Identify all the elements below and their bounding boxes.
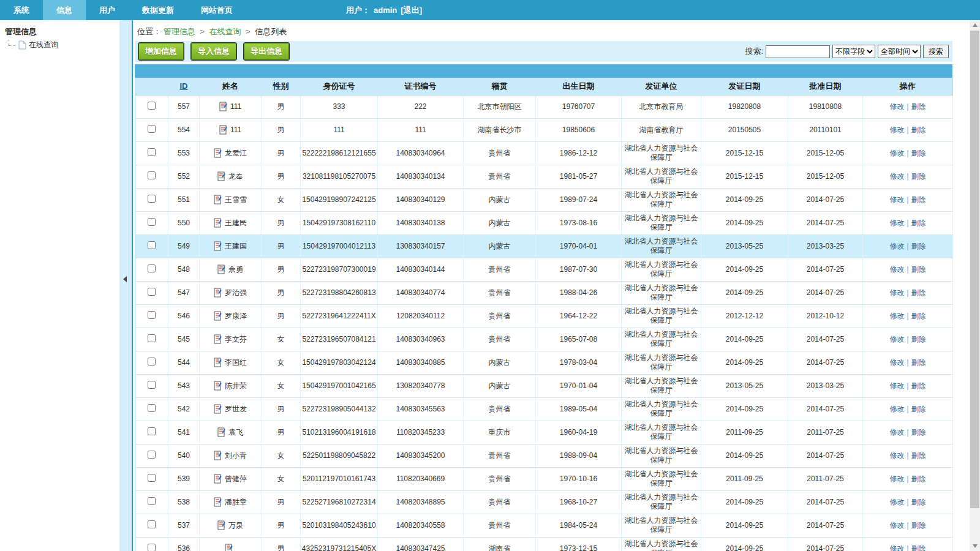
edit-doc-icon[interactable]: [217, 171, 226, 181]
edit-doc-icon[interactable]: [214, 218, 222, 228]
edit-doc-icon[interactable]: [214, 241, 222, 251]
breadcrumb-link-online-query[interactable]: 在线查询: [209, 27, 241, 36]
row-checkbox[interactable]: [148, 171, 156, 179]
edit-doc-icon[interactable]: [214, 497, 222, 507]
row-checkbox[interactable]: [148, 358, 156, 365]
edit-doc-icon[interactable]: [214, 334, 222, 344]
row-name[interactable]: 罗康泽: [225, 311, 247, 321]
edit-doc-icon[interactable]: [225, 544, 233, 551]
vertical-scrollbar[interactable]: [970, 20, 980, 551]
row-name[interactable]: 111: [230, 102, 241, 111]
search-input[interactable]: [766, 45, 830, 58]
edit-link[interactable]: 修改: [889, 102, 904, 111]
edit-doc-icon[interactable]: [214, 311, 222, 321]
edit-link[interactable]: 修改: [889, 498, 904, 506]
row-checkbox[interactable]: [148, 102, 156, 110]
field-select[interactable]: 不限字段: [832, 45, 875, 58]
row-checkbox[interactable]: [148, 404, 156, 412]
scroll-down-icon[interactable]: [970, 541, 980, 551]
edit-doc-icon[interactable]: [214, 381, 222, 391]
row-name[interactable]: 龙爱江: [225, 148, 247, 159]
delete-link[interactable]: 删除: [911, 219, 926, 227]
edit-doc-icon[interactable]: [214, 358, 222, 367]
row-checkbox[interactable]: [148, 288, 156, 296]
delete-link[interactable]: 删除: [911, 242, 926, 250]
edit-doc-icon[interactable]: [219, 125, 228, 135]
row-checkbox[interactable]: [148, 520, 156, 528]
add-info-button[interactable]: 增加信息: [138, 43, 184, 60]
edit-link[interactable]: 修改: [889, 428, 904, 437]
row-checkbox[interactable]: [148, 334, 156, 342]
edit-link[interactable]: 修改: [889, 474, 904, 483]
row-checkbox[interactable]: [148, 427, 156, 435]
row-name[interactable]: 刘小青: [225, 451, 247, 461]
row-checkbox[interactable]: [148, 264, 156, 272]
delete-link[interactable]: 删除: [911, 521, 926, 530]
row-name[interactable]: 罗治强: [225, 288, 247, 298]
search-button[interactable]: 搜索: [923, 45, 949, 58]
edit-link[interactable]: 修改: [889, 288, 904, 297]
row-name[interactable]: 袁飞: [228, 427, 243, 438]
edit-doc-icon[interactable]: [217, 264, 226, 274]
row-name[interactable]: 万泉: [228, 520, 243, 531]
delete-link[interactable]: 删除: [911, 544, 926, 551]
edit-doc-icon[interactable]: [219, 102, 228, 111]
sidebar-splitter[interactable]: [119, 20, 132, 551]
delete-link[interactable]: 删除: [911, 265, 926, 274]
row-name[interactable]: 罗世发: [225, 404, 247, 414]
row-name[interactable]: 王雪雪: [225, 195, 247, 205]
row-name[interactable]: 陈井荣: [225, 381, 247, 391]
row-checkbox[interactable]: [148, 195, 156, 203]
nav-tab-info[interactable]: 信息: [43, 0, 86, 20]
row-checkbox[interactable]: [148, 241, 156, 249]
edit-doc-icon[interactable]: [214, 474, 222, 484]
edit-link[interactable]: 修改: [889, 521, 904, 530]
delete-link[interactable]: 删除: [911, 474, 926, 483]
edit-link[interactable]: 修改: [889, 172, 904, 181]
edit-link[interactable]: 修改: [889, 312, 904, 320]
edit-link[interactable]: 修改: [889, 126, 904, 134]
time-select[interactable]: 全部时间: [878, 45, 921, 58]
row-checkbox[interactable]: [148, 381, 156, 389]
nav-tab-user[interactable]: 用户: [86, 0, 129, 20]
edit-link[interactable]: 修改: [889, 358, 904, 367]
edit-link[interactable]: 修改: [889, 335, 904, 343]
row-checkbox[interactable]: [148, 497, 156, 505]
row-checkbox[interactable]: [148, 148, 156, 156]
delete-link[interactable]: 删除: [911, 405, 926, 413]
edit-doc-icon[interactable]: [217, 520, 226, 530]
edit-doc-icon[interactable]: [214, 148, 222, 158]
row-checkbox[interactable]: [148, 451, 156, 459]
row-name[interactable]: 王建国: [225, 241, 247, 252]
row-name[interactable]: 佘勇: [228, 264, 243, 275]
row-name[interactable]: 111: [230, 126, 241, 134]
delete-link[interactable]: 删除: [911, 312, 926, 320]
edit-link[interactable]: 修改: [889, 149, 904, 157]
import-info-button[interactable]: 导入信息: [191, 43, 236, 60]
id-sort-link[interactable]: ID: [180, 81, 188, 91]
sidebar-item-online-query[interactable]: 在线查询: [0, 40, 119, 50]
row-checkbox[interactable]: [148, 125, 156, 133]
collapse-arrow-icon[interactable]: [123, 276, 127, 282]
edit-doc-icon[interactable]: [214, 451, 222, 460]
delete-link[interactable]: 删除: [911, 149, 926, 157]
edit-doc-icon[interactable]: [214, 404, 222, 414]
delete-link[interactable]: 删除: [911, 451, 926, 460]
edit-link[interactable]: 修改: [889, 451, 904, 460]
scroll-thumb[interactable]: [970, 31, 979, 508]
row-name[interactable]: 王建民: [225, 218, 247, 228]
edit-link[interactable]: 修改: [889, 195, 904, 204]
delete-link[interactable]: 删除: [911, 358, 926, 367]
delete-link[interactable]: 删除: [911, 195, 926, 204]
nav-tab-site-home[interactable]: 网站首页: [187, 0, 246, 20]
delete-link[interactable]: 删除: [911, 172, 926, 181]
edit-doc-icon[interactable]: [214, 288, 222, 298]
edit-link[interactable]: 修改: [889, 219, 904, 227]
delete-link[interactable]: 删除: [911, 381, 926, 390]
edit-link[interactable]: 修改: [889, 242, 904, 250]
nav-tab-data-update[interactable]: 数据更新: [129, 0, 187, 20]
delete-link[interactable]: 删除: [911, 428, 926, 437]
delete-link[interactable]: 删除: [911, 335, 926, 343]
row-checkbox[interactable]: [148, 218, 156, 226]
edit-link[interactable]: 修改: [889, 265, 904, 274]
